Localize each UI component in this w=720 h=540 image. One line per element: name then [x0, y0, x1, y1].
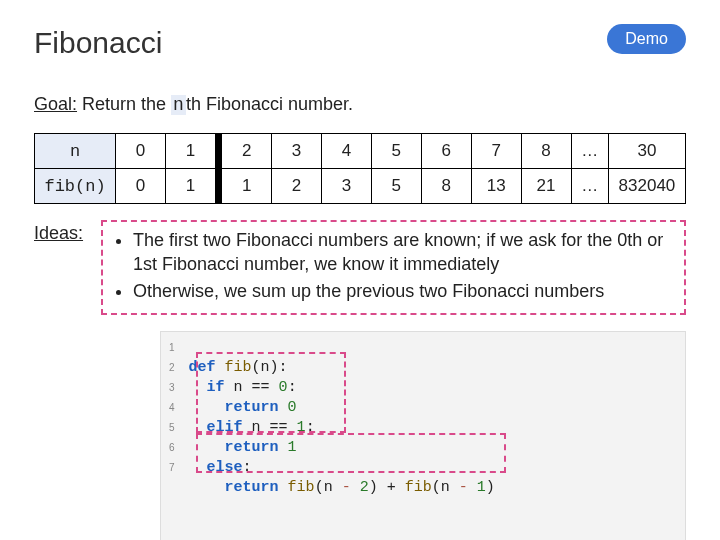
ideas-label: Ideas:: [34, 220, 83, 244]
cell: 1: [166, 169, 216, 204]
cell-ellipsis: …: [571, 134, 608, 169]
cell: 30: [608, 134, 685, 169]
cell: 8: [521, 134, 571, 169]
idea-item: Otherwise, we sum up the previous two Fi…: [133, 279, 674, 303]
table-row-fib: fib(n) 0 1 1 2 3 5 8 13 21 … 832040: [35, 169, 686, 204]
cell: 3: [272, 134, 322, 169]
cell-ellipsis: …: [571, 169, 608, 204]
cell: 4: [321, 134, 371, 169]
code-block: 1 2 3 4 5 6 7 def fib(n): if n == 0: ret…: [160, 331, 686, 540]
fibonacci-table: n 0 1 2 3 4 5 6 7 8 … 30 fib(n) 0 1 1 2 …: [34, 133, 686, 204]
cell: 0: [116, 134, 166, 169]
cell: 6: [421, 134, 471, 169]
cell: 5: [371, 134, 421, 169]
ideas-section: Ideas: The first two Fibonacci numbers a…: [34, 220, 686, 315]
cell: 1: [222, 169, 272, 204]
cell: 1: [166, 134, 216, 169]
cell: 21: [521, 169, 571, 204]
cell: 8: [421, 169, 471, 204]
cell: 13: [471, 169, 521, 204]
table-row-n: n 0 1 2 3 4 5 6 7 8 … 30: [35, 134, 686, 169]
goal-n: n: [171, 95, 186, 115]
cell: 3: [321, 169, 371, 204]
cell: 2: [222, 134, 272, 169]
cell: 0: [116, 169, 166, 204]
goal-text-prefix: Return the: [77, 94, 171, 114]
goal-label: Goal:: [34, 94, 77, 114]
cell: 832040: [608, 169, 685, 204]
cell-fib-label: fib(n): [35, 169, 116, 204]
page-title: Fibonacci: [34, 26, 686, 60]
goal-line: Goal: Return the nth Fibonacci number.: [34, 94, 686, 115]
goal-text-suffix: th Fibonacci number.: [186, 94, 353, 114]
code-line-numbers: 1 2 3 4 5 6 7: [161, 332, 183, 540]
ideas-box: The first two Fibonacci numbers are know…: [101, 220, 686, 315]
cell: 2: [272, 169, 322, 204]
code-body: def fib(n): if n == 0: return 0 elif n =…: [183, 332, 509, 540]
demo-badge: Demo: [607, 24, 686, 54]
cell-n-label: n: [35, 134, 116, 169]
idea-item: The first two Fibonacci numbers are know…: [133, 228, 674, 277]
cell: 7: [471, 134, 521, 169]
cell: 5: [371, 169, 421, 204]
